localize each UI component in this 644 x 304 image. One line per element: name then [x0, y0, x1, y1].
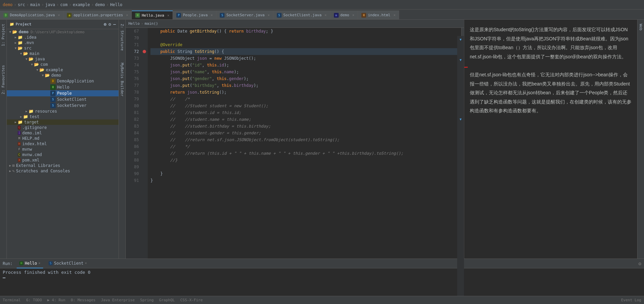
tree-item-mvnw-cmd[interactable]: C mvnw.cmd: [7, 152, 119, 157]
right-tab-structure[interactable]: Z: Structure: [119, 21, 125, 53]
bottom-tab-label-socketclient: SocketClient: [54, 261, 84, 266]
file-icon-mvnw: F: [18, 147, 21, 151]
left-tab-project[interactable]: 1: Project: [0, 21, 6, 49]
tab-index-html[interactable]: H index.html ×: [358, 11, 399, 19]
left-tab-favourites[interactable]: 2: Favourites: [0, 62, 6, 97]
fold-markers: ▼ ▼ ▼: [457, 36, 464, 259]
tree-item-demo-root[interactable]: ▼ 📂 demo D:\Users\XF\Desktop\demo: [7, 29, 119, 35]
bottom-tab-close-hello[interactable]: ×: [38, 261, 40, 265]
gutter-67: [141, 28, 148, 35]
bottom-tab-hello[interactable]: H Hello ×: [17, 259, 43, 268]
bottom-tabs: Run: H Hello × S SocketClient × ⚙: [0, 259, 644, 268]
tree-item-mvn[interactable]: ▶ 📁 .mvn: [7, 40, 119, 45]
tree-item-people[interactable]: P People: [7, 90, 119, 96]
tree-item-target[interactable]: ▶ 📁 target: [7, 119, 119, 125]
tab-close-index-html[interactable]: ×: [393, 13, 395, 17]
tree-arrow: ▶: [14, 120, 18, 124]
status-messages[interactable]: 0: Messages: [71, 298, 95, 302]
run-label: Run:: [3, 261, 13, 266]
breakpoint-72[interactable]: [143, 50, 146, 53]
tab-icon-demoapplication: D: [3, 13, 8, 18]
tree-item-test[interactable]: ▶ 📁 test: [7, 114, 119, 119]
bottom-tab-close-socketclient[interactable]: ×: [85, 261, 87, 265]
status-graphql[interactable]: GraphQL: [159, 298, 175, 302]
status-run[interactable]: ▶ 4: Run: [47, 298, 65, 302]
tree-arrow: ▼: [41, 74, 45, 77]
code-line-88: //}: [150, 157, 459, 164]
tree-label: Hello: [57, 85, 69, 90]
ln-72: 72: [126, 48, 139, 55]
tree-item-socketserver[interactable]: S SocketServer: [7, 102, 119, 109]
panel-icon-collapse[interactable]: —: [113, 22, 116, 27]
status-java-enterprise[interactable]: Java Enterprise: [101, 298, 135, 302]
tree-item-gitignore[interactable]: G .gitignore: [7, 125, 119, 130]
code-lines[interactable]: public Date getBirthday() { return birth…: [148, 28, 461, 259]
tree-item-scratches[interactable]: ▶ ✎ Scratches and Consoles: [7, 168, 119, 174]
tree-item-com[interactable]: ▼ 📂 com: [7, 62, 119, 67]
tree-arrow: ▶: [14, 41, 18, 44]
folder-icon: 📂: [45, 73, 50, 78]
tree-item-idea[interactable]: ▶ 📁 .idea: [7, 35, 119, 40]
tab-label-demoapplication: DemoApplication.java: [10, 13, 55, 17]
tree-item-socketclient[interactable]: S SocketClient: [7, 96, 119, 102]
tree-item-help-md[interactable]: M HELP.md: [7, 136, 119, 141]
tab-close-socketserver[interactable]: ×: [268, 13, 270, 17]
tree-item-src[interactable]: ▼ 📂 src: [7, 45, 119, 51]
status-event-log[interactable]: Event Log: [621, 298, 641, 302]
tree-item-resources[interactable]: ▶ 📁 resources: [7, 109, 119, 114]
tree-item-index-html[interactable]: H index.html: [7, 141, 119, 147]
tab-close-demo-m[interactable]: ×: [352, 13, 354, 17]
right-tab-mybatis[interactable]: MyBatis Builder: [119, 60, 125, 99]
ln-76: 76: [126, 75, 139, 82]
tab-close-socketclient[interactable]: ×: [325, 13, 327, 17]
tree-label: mvnw.cmd: [22, 152, 42, 157]
tab-socketserver[interactable]: S SocketServer.java ×: [216, 11, 273, 19]
breadcrumb-main: main: [30, 2, 40, 7]
tab-hello[interactable]: H Hello.java ×: [132, 11, 173, 19]
tab-close-hello[interactable]: ×: [167, 14, 169, 17]
folder-icon: 📁: [18, 120, 23, 125]
folder-icon: 📂: [39, 68, 44, 72]
tree-item-example[interactable]: ▼ 📂 example: [7, 67, 119, 73]
tab-people[interactable]: P People.java ×: [173, 11, 216, 19]
tree-arrow: ▼: [35, 68, 39, 72]
tree-item-hello[interactable]: H Hello: [7, 84, 119, 90]
bottom-tab-socketclient[interactable]: S SocketClient ×: [46, 259, 90, 268]
tree-item-mvnw[interactable]: F mvnw: [7, 147, 119, 152]
panel-icon-new[interactable]: ⊕: [104, 22, 107, 27]
status-spring[interactable]: Spring: [140, 298, 154, 302]
fold-67[interactable]: ▼: [460, 36, 462, 43]
status-todo[interactable]: 6: TODO: [26, 298, 42, 302]
status-cssxfire[interactable]: CSS-X-Fire: [180, 298, 203, 302]
tree-item-demo-pkg[interactable]: ▼ 📂 demo: [7, 73, 119, 78]
fold-72[interactable]: ▼: [460, 56, 462, 63]
tree-item-demoapplication[interactable]: D DemoApplication: [7, 78, 119, 84]
tab-close-demoapplication[interactable]: ×: [58, 13, 60, 17]
tab-demoapplication[interactable]: D DemoApplication.java ×: [0, 11, 64, 19]
tab-appprops[interactable]: a application.properties ×: [64, 11, 132, 19]
ln-75: 75: [126, 69, 139, 75]
tab-demo-m[interactable]: m demo ×: [330, 11, 358, 19]
panel-icon-settings[interactable]: ⚙: [108, 22, 111, 27]
status-bar-right: Event Log: [621, 298, 641, 302]
status-terminal[interactable]: Terminal: [3, 298, 21, 302]
tab-socketclient[interactable]: S SocketClient.java ×: [273, 11, 330, 19]
tree-item-java[interactable]: ▼ 📂 java: [7, 56, 119, 62]
tab-close-people[interactable]: ×: [211, 13, 213, 17]
tree-item-demo-iml[interactable]: I demo.iml: [7, 130, 119, 136]
tab-close-appprops[interactable]: ×: [126, 13, 128, 17]
right-tab-web[interactable]: Web: [638, 21, 644, 33]
ln-82: 82: [126, 116, 139, 123]
tree-arrow: ▶: [8, 164, 12, 167]
tree-item-external-libs[interactable]: ▶ ⊞ External Libraries: [7, 163, 119, 168]
tree-arrow: ▶: [24, 110, 29, 113]
tab-icon-demo-m: m: [334, 13, 339, 18]
folder-icon: 📁: [18, 35, 23, 40]
ln-79: 79: [126, 96, 139, 102]
tree-item-main[interactable]: ▼ 📂 main: [7, 51, 119, 56]
fold-88[interactable]: ▼: [460, 117, 462, 124]
bottom-settings-icon[interactable]: ⚙: [639, 261, 641, 266]
folder-icon-blue: 📂: [29, 57, 34, 61]
ln-77: 77: [126, 82, 139, 89]
tree-item-pom-xml[interactable]: X pom.xml: [7, 157, 119, 163]
